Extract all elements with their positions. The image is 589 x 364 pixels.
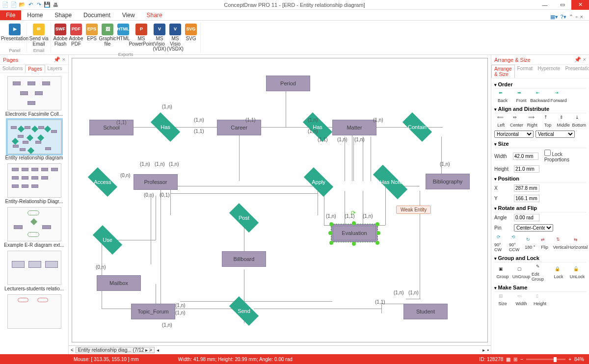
entity-student[interactable]: Student	[403, 304, 448, 319]
size-height-input[interactable]	[514, 165, 539, 173]
entity-mailbox[interactable]: Mailbox	[97, 275, 141, 291]
rel-contain[interactable]: Contain	[398, 117, 437, 137]
align-middle[interactable]: ⇕Middle	[557, 115, 570, 128]
visio-vsdx-button[interactable]: VMS Visio (VSDX)	[168, 23, 183, 52]
scroll-end-icon[interactable]: ▪	[487, 347, 489, 353]
rel-use[interactable]: Use	[88, 230, 127, 250]
entity-period[interactable]: Period	[266, 76, 310, 91]
close-panel-icon[interactable]: ×	[583, 56, 586, 63]
tab-prev-icon[interactable]: <	[71, 347, 74, 353]
lock-proportions-checkbox[interactable]	[544, 150, 551, 156]
win-min-icon[interactable]: ⌃	[569, 14, 573, 20]
section-same[interactable]: Make Same	[494, 283, 586, 292]
tab-home[interactable]: Home	[21, 10, 49, 20]
ungroup-button[interactable]: ▢UnGroup	[513, 266, 530, 279]
unlock-button[interactable]: 🔓UnLock	[569, 266, 586, 279]
rel-send[interactable]: Send	[224, 301, 264, 321]
win-restore-icon[interactable]: ▫	[576, 14, 578, 20]
entity-bibliography[interactable]: Bibliography	[426, 174, 470, 189]
entity-school[interactable]: School	[89, 120, 134, 135]
subtab-solutions[interactable]: Solutions	[0, 65, 25, 73]
rtab-arrange[interactable]: Arrange & Size	[491, 65, 515, 78]
ppt-button[interactable]: PMS PowerPoint	[132, 23, 151, 52]
thumb-3[interactable]: Example E-R diagram ext...	[3, 207, 65, 248]
thumb-2[interactable]: Entity-Relationship Diagr...	[3, 163, 65, 204]
zoom-slider[interactable]	[526, 359, 565, 360]
zoom-in-icon[interactable]: +	[568, 357, 571, 362]
pin-icon[interactable]: 📌	[54, 56, 60, 63]
thumb-4[interactable]: Lecturers-students relatio...	[3, 251, 65, 291]
send-email-button[interactable]: ✉Send via Email	[29, 23, 49, 47]
svg-button[interactable]: SVGSVG	[184, 23, 198, 52]
zoom-out-icon[interactable]: −	[520, 357, 523, 362]
order-back[interactable]: ⬅Back	[494, 90, 511, 103]
minimize-button[interactable]: —	[536, 0, 554, 10]
rel-has1[interactable]: Has	[146, 117, 185, 137]
section-order[interactable]: Order	[494, 80, 586, 89]
flip-horizontal[interactable]: ⇆Horizontal	[569, 237, 586, 250]
subtab-layers[interactable]: Layers	[45, 65, 65, 73]
entity-billboard[interactable]: Billboard	[222, 251, 266, 267]
align-left[interactable]: ⟸Left	[494, 115, 508, 128]
subtab-pages[interactable]: Pages	[25, 65, 45, 73]
thumb-0[interactable]: Electronic Facsimile Coll...	[3, 76, 65, 117]
pos-y-input[interactable]	[514, 195, 539, 202]
flip[interactable]: ⇄Flip	[538, 237, 551, 250]
marquee-icon[interactable]: ▦	[506, 357, 510, 362]
close-button[interactable]: ✕	[571, 0, 589, 10]
same-height[interactable]: ▯Height	[532, 293, 548, 306]
order-backward[interactable]: ⇤Backward	[532, 90, 548, 103]
order-front[interactable]: ➡Front	[513, 90, 530, 103]
section-align[interactable]: Align and Distribute	[494, 104, 586, 113]
align-center[interactable]: ⇔Center	[510, 115, 524, 128]
rel-notes[interactable]: It Has Notes	[366, 172, 415, 192]
tab-file[interactable]: File	[0, 10, 21, 20]
distribute-vertical[interactable]: Vertical	[535, 130, 575, 138]
rel-access[interactable]: Access	[83, 172, 122, 192]
flip-vertical[interactable]: ⇅Vertical	[553, 237, 568, 250]
rtab-pres[interactable]: Presentation	[562, 65, 589, 78]
same-size[interactable]: ▤Size	[494, 293, 511, 306]
section-rotate[interactable]: Rotate and Flip	[494, 204, 586, 212]
scroll-left-icon[interactable]: ◂	[157, 347, 159, 353]
rel-apply[interactable]: Apply	[299, 172, 338, 192]
rotate-cw[interactable]: ⟳90° CW	[494, 234, 507, 252]
maximize-button[interactable]: ▭	[554, 0, 571, 10]
visio-vdx-button[interactable]: VMS Visio (VDX)	[152, 23, 167, 52]
tab-shape[interactable]: Shape	[49, 10, 78, 20]
presentation-button[interactable]: ▶Presentation	[5, 23, 25, 42]
section-size[interactable]: Size	[494, 139, 586, 148]
rtab-hyper[interactable]: Hypernote	[535, 65, 562, 78]
redo-icon[interactable]: ↷	[35, 1, 42, 8]
rtab-format[interactable]: Format	[515, 65, 535, 78]
new-icon[interactable]: 📄	[10, 1, 17, 8]
entity-professor[interactable]: Professor	[134, 174, 178, 190]
grid-icon[interactable]: ⊞	[513, 357, 517, 362]
angle-input[interactable]	[514, 214, 539, 221]
thumb-1[interactable]: Entity relationship diagram	[3, 120, 65, 160]
pin-icon[interactable]: 📌	[574, 56, 581, 63]
order-forward[interactable]: ⇥Forward	[550, 90, 567, 103]
group-button[interactable]: ▣Group	[494, 266, 511, 279]
edit-group-button[interactable]: ✎Edit Group	[532, 264, 548, 282]
entity-topic[interactable]: Topic_Forum	[131, 304, 175, 319]
section-position[interactable]: Position	[494, 174, 586, 183]
print-icon[interactable]: 🖶	[52, 1, 59, 8]
same-width[interactable]: ▭Width	[513, 293, 530, 306]
pdf-button[interactable]: PDFAdobe PDF	[69, 23, 83, 52]
distribute-horizontal[interactable]: Horizontal	[494, 130, 534, 138]
thumb-5[interactable]	[3, 294, 65, 329]
rel-post[interactable]: Post	[224, 208, 264, 228]
align-right[interactable]: ⟹Right	[525, 115, 539, 128]
tab-view[interactable]: View	[116, 10, 141, 20]
size-width-input[interactable]	[513, 153, 538, 160]
lock-button[interactable]: 🔒Lock	[550, 266, 567, 279]
align-bottom[interactable]: ⤓Bottom	[572, 115, 587, 128]
library-icon[interactable]: ▦▾	[550, 14, 558, 20]
scroll-right-icon[interactable]: ▸	[482, 347, 485, 353]
eps-button[interactable]: EPSEPS	[84, 23, 99, 52]
close-panel-icon[interactable]: ×	[62, 56, 65, 63]
section-group[interactable]: Group and Lock	[494, 254, 586, 262]
graphic-button[interactable]: 🖼Graphic file	[100, 23, 115, 52]
open-icon[interactable]: 📂	[19, 1, 26, 8]
